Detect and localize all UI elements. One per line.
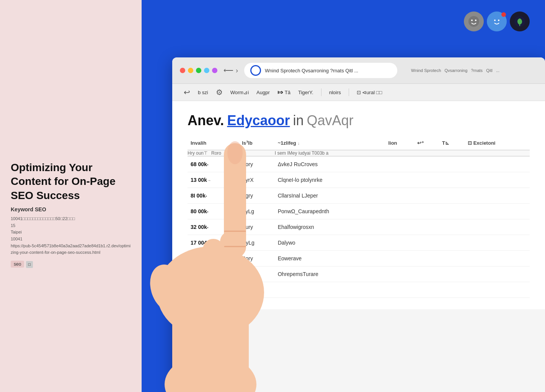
heading-part2: Edycaoor <box>227 113 290 129</box>
table-header-row: Invalih ls⁷lb ~1zlifeg ↓ lion ↩⁺ T⊾ ⊡ Ex… <box>188 136 530 150</box>
metric-6: 17 004 <box>191 240 207 246</box>
toolbar-share-icon[interactable]: ⚙ <box>216 88 223 97</box>
svg-point-4 <box>494 20 496 21</box>
meta-line1: 10041□□□□□□□□□□□□□50□22□□□ <box>11 216 131 222</box>
face-icon-2 <box>491 15 503 28</box>
svg-point-3 <box>491 16 502 27</box>
heading-part1: Anev. <box>188 113 224 129</box>
col-invalih[interactable]: Invalih <box>188 136 239 150</box>
tag-icon: □ <box>26 261 33 268</box>
cell-last2 <box>275 282 385 298</box>
face-icon-1 <box>468 15 480 28</box>
cell-bury: Bury <box>239 219 275 235</box>
col-lstb[interactable]: ls⁷lb <box>239 136 275 150</box>
nav-forward-icon[interactable]: › <box>236 67 238 75</box>
metric-5: 32 00k <box>191 224 207 230</box>
cell-byrx: ByrX <box>239 172 275 188</box>
cell-egry: Egry <box>239 188 275 204</box>
cell-dalywo: Dalywo <box>275 235 385 251</box>
toolbar-separator-2 <box>349 88 349 96</box>
svg-point-2 <box>475 20 476 21</box>
col-tk[interactable]: T⊾ <box>439 136 465 150</box>
toolbar-item-ta[interactable]: Tā <box>285 90 290 95</box>
table-row: 32 00k• Bury Ehalfowigrosxn <box>188 219 530 235</box>
metric-3: 8I 00k <box>191 193 206 199</box>
right-area: ⟵ › Wnind Sprotech Qvsarroning ?rnats Qi… <box>142 0 545 392</box>
address-circle-icon <box>250 65 261 76</box>
col-lifeg[interactable]: ~1zlifeg ↓ <box>275 136 385 150</box>
article-title: Optimizing Your Content for On-Page SEO … <box>11 161 131 203</box>
cell-last <box>239 282 275 298</box>
browser-tabs: Wnind Sprotech Qvsarroning ?rnats Qitl .… <box>403 68 507 73</box>
address-bar[interactable]: Wnind Sprotech Qvsarroning ?rnats Qitl .… <box>244 63 397 78</box>
svg-point-0 <box>468 16 479 27</box>
cell-rylg: RyLg <box>239 235 275 251</box>
subheader-cell-1: Hry oun⊤ Roro <box>188 150 275 156</box>
toolbar-back-icon[interactable]: ↩ <box>184 88 190 97</box>
cell-eory: Eory <box>239 156 275 172</box>
cell-cllarsinal: CllarsInal LJeper <box>275 188 385 204</box>
leaf-icon <box>514 15 526 28</box>
toolbar-separator <box>321 88 321 96</box>
metric-2: 13 00k <box>191 177 207 183</box>
browser-content: Anev. Edycaoor in QavAqr Invalih ls⁷lb ~… <box>172 101 545 309</box>
left-panel: Optimizing Your Content for On-Page SEO … <box>0 0 142 392</box>
table-row: 68 00k• Eory ΔvkeJ RuCroves <box>188 156 530 172</box>
notification-dot <box>501 12 506 17</box>
subheader-cell-2: I sem IMey iudyai T003b a <box>275 150 530 156</box>
traffic-light-red[interactable] <box>180 68 185 73</box>
table-body: 68 00k• Eory ΔvkeJ RuCroves 13 00k→ ByrX… <box>188 156 530 298</box>
table-row: 8E 00k• <box>188 282 530 298</box>
toolbar-item-tiger[interactable]: TigerY. <box>298 90 313 95</box>
browser-chrome: ⟵ › Wnind Sprotech Qvsarroning ?rnats Qi… <box>172 57 545 84</box>
icon-circle-1[interactable] <box>464 11 484 31</box>
nav-back-icon[interactable]: ⟵ <box>224 66 233 75</box>
traffic-light-yellow[interactable] <box>188 68 193 73</box>
traffic-light-green[interactable] <box>196 68 201 73</box>
meta-line3: Taipei <box>11 229 131 236</box>
cell-bylg: ByLg <box>239 204 275 219</box>
meta-line4: 10041 <box>11 236 131 243</box>
cell-bory: Bory <box>239 251 275 266</box>
content-heading: Anev. Edycaoor in QavAqr <box>188 113 530 129</box>
cell-clqnei: ClqneI-lo ptolynrke <box>275 172 385 188</box>
toolbar-item-ural[interactable]: ⊡ ⊲ural □□ <box>357 90 382 95</box>
heading-part3: in <box>293 113 304 129</box>
heading-part4: QavAqr <box>307 113 353 129</box>
nav-arrows: ⟵ › <box>224 66 238 75</box>
icon-circle-2-wrapper <box>487 11 507 31</box>
metric-1: 68 00k <box>191 161 207 167</box>
table-row: 32 00k• Bory Eowerave <box>188 251 530 266</box>
tag-seo[interactable]: seo <box>11 261 24 268</box>
col-nav[interactable]: ↩⁺ <box>414 136 439 150</box>
metric-7: 32 00k <box>191 255 207 261</box>
col-lion[interactable]: lion <box>385 136 414 150</box>
article-meta: 10041□□□□□□□□□□□□□50□22□□□ 15 Taipei 100… <box>11 216 131 256</box>
keyword-label: Keyword SEO <box>11 206 131 212</box>
meta-url: https://pub-5c454f571b8e40a3a2aad27ade84… <box>11 243 131 256</box>
cell-eowerave: Eowerave <box>275 251 385 266</box>
table-subheader-row: Hry oun⊤ Roro I sem IMey iudyai T003b a <box>188 150 530 156</box>
table-row: 17 004• RyLg Dalywo <box>188 235 530 251</box>
col-excietoni[interactable]: ⊡ Excietoni <box>465 136 530 150</box>
browser-toolbar: ↩ b szi ⚙ Worm⊿i Augpr ⤇ Tā TigerY. nloi… <box>172 84 545 101</box>
meta-line2: 15 <box>11 222 131 229</box>
toolbar-item-augpr[interactable]: Augpr <box>256 90 270 95</box>
cell-ehalfo: Ehalfowigrosxn <box>275 219 385 235</box>
table-row: 80 00k• ByLg PonwΩ_Caurapednth <box>188 204 530 219</box>
toolbar-arrow-icon: ⤇ <box>277 88 283 96</box>
toolbar-item-worn[interactable]: Worm⊿i <box>230 90 249 95</box>
cell-nilly: NillY <box>239 266 275 282</box>
toolbar-item-bszi[interactable]: b szi <box>198 90 208 95</box>
svg-point-1 <box>471 20 473 21</box>
cell-avkej: ΔvkeJ RuCroves <box>275 156 385 172</box>
metric-4: 80 00k <box>191 208 207 214</box>
icon-circle-3[interactable] <box>510 11 530 31</box>
traffic-light-blue[interactable] <box>204 68 209 73</box>
traffic-light-purple[interactable] <box>212 68 217 73</box>
toolbar-item-nloirs[interactable]: nloirs <box>329 90 341 95</box>
cell-ponw: PonwΩ_Caurapednth <box>275 204 385 219</box>
tab-text: Wnind Sprotech Qvsarroning ?rnats Qitl .… <box>411 68 499 73</box>
data-table: Invalih ls⁷lb ~1zlifeg ↓ lion ↩⁺ T⊾ ⊡ Ex… <box>188 136 530 298</box>
metric-8: S0 00k <box>191 271 207 277</box>
